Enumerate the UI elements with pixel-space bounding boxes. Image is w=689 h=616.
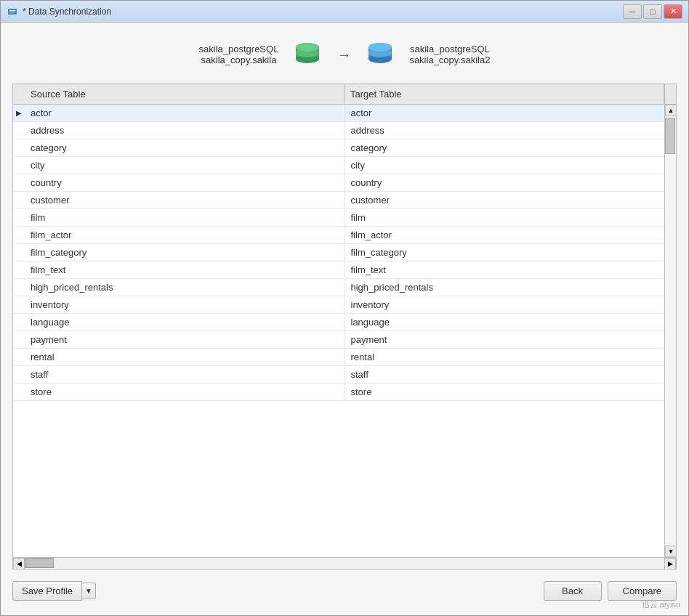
target-cell: payment: [345, 331, 665, 348]
watermark: 迅云 aiyisu: [642, 599, 680, 610]
window-icon: [7, 6, 18, 17]
row-indicator: [13, 139, 25, 156]
table-row[interactable]: inventoryinventory: [13, 296, 664, 314]
target-db-icon: [366, 40, 395, 69]
scroll-thumb[interactable]: [665, 118, 675, 154]
scroll-right-button[interactable]: ▶: [664, 558, 676, 570]
table-row[interactable]: filmfilm: [13, 209, 664, 227]
source-cell: customer: [25, 192, 345, 208]
minimize-button[interactable]: ─: [623, 4, 642, 19]
svg-point-12: [368, 43, 392, 52]
save-profile-dropdown-button[interactable]: ▼: [82, 583, 96, 599]
source-cell: country: [25, 174, 345, 191]
h-scroll-thumb[interactable]: [25, 558, 54, 568]
svg-point-7: [296, 43, 319, 52]
table-row[interactable]: categorycategory: [13, 139, 664, 157]
table-body[interactable]: ▶actoractoraddressaddresscategorycategor…: [13, 105, 664, 557]
row-indicator: [13, 209, 25, 226]
source-db-info: sakila_postgreSQL sakila_copy.sakila: [199, 44, 279, 65]
source-cell: address: [25, 122, 345, 139]
table-row[interactable]: staffstaff: [13, 366, 664, 384]
source-db-schema: sakila_copy.sakila: [201, 54, 277, 65]
table-row[interactable]: addressaddress: [13, 122, 664, 139]
row-indicator: [13, 244, 25, 261]
row-indicator: [13, 366, 25, 383]
table-row[interactable]: countrycountry: [13, 174, 664, 192]
target-cell: rental: [345, 349, 665, 365]
table-row[interactable]: film_textfilm_text: [13, 262, 664, 279]
target-cell: actor: [345, 105, 665, 121]
source-table-header: Source Table: [25, 84, 344, 104]
source-cell: actor: [25, 105, 345, 121]
source-cell: store: [25, 384, 345, 400]
sync-arrow: →: [337, 46, 351, 63]
row-indicator: [13, 157, 25, 174]
target-cell: city: [345, 157, 665, 174]
target-cell: film_category: [345, 244, 665, 261]
row-indicator: [13, 192, 25, 208]
row-indicator: [13, 331, 25, 348]
table-row[interactable]: film_categoryfilm_category: [13, 244, 664, 262]
row-indicator: [13, 384, 25, 400]
scroll-up-button[interactable]: ▲: [665, 105, 676, 116]
table-row[interactable]: ▶actoractor: [13, 105, 664, 122]
target-cell: address: [345, 122, 665, 139]
target-cell: high_priced_rentals: [345, 279, 665, 296]
compare-button[interactable]: Compare: [608, 581, 677, 601]
source-cell: payment: [25, 331, 345, 348]
scroll-left-button[interactable]: ◀: [13, 558, 25, 570]
target-db-schema: sakila_copy.sakila2: [409, 54, 490, 65]
maximize-button[interactable]: □: [643, 4, 662, 19]
source-cell: language: [25, 314, 345, 331]
row-indicator: [13, 227, 25, 243]
target-cell: store: [345, 384, 665, 400]
row-indicator: [13, 296, 25, 313]
source-cell: city: [25, 157, 345, 174]
table-row[interactable]: film_actorfilm_actor: [13, 227, 664, 244]
target-db-info: sakila_postgreSQL sakila_copy.sakila2: [409, 44, 490, 65]
table-row[interactable]: rentalrental: [13, 349, 664, 366]
source-cell: film_actor: [25, 227, 345, 243]
h-scroll-track[interactable]: [25, 558, 664, 569]
title-controls: ─ □ ✕: [623, 4, 682, 19]
source-db-icon: [293, 40, 322, 69]
scroll-down-button[interactable]: ▼: [665, 546, 676, 557]
target-cell: country: [345, 174, 665, 191]
footer-right: Back Compare: [544, 581, 677, 601]
table-row[interactable]: citycity: [13, 157, 664, 174]
target-cell: customer: [345, 192, 665, 208]
table-row[interactable]: high_priced_rentalshigh_priced_rentals: [13, 279, 664, 296]
table-row[interactable]: customercustomer: [13, 192, 664, 209]
target-cell: film_actor: [345, 227, 665, 243]
footer: Save Profile ▼ Back Compare: [12, 578, 677, 604]
title-bar: * Data Synchronization ─ □ ✕: [1, 1, 688, 23]
close-button[interactable]: ✕: [664, 4, 682, 19]
table-row[interactable]: storestore: [13, 384, 664, 401]
svg-rect-2: [9, 12, 15, 12]
source-cell: film_text: [25, 262, 345, 278]
sync-header: sakila_postgreSQL sakila_copy.sakila →: [12, 34, 677, 75]
vertical-scrollbar[interactable]: ▲ ▼: [664, 105, 676, 557]
source-cell: high_priced_rentals: [25, 279, 345, 296]
source-cell: film: [25, 209, 345, 226]
main-content: sakila_postgreSQL sakila_copy.sakila →: [1, 23, 688, 615]
row-indicator: [13, 174, 25, 191]
row-indicator: [13, 314, 25, 331]
source-db-name: sakila_postgreSQL: [199, 44, 279, 54]
row-indicator: [13, 262, 25, 278]
scroll-track[interactable]: [665, 116, 676, 546]
save-profile-button[interactable]: Save Profile: [12, 581, 82, 601]
target-cell: language: [345, 314, 665, 331]
row-indicator: [13, 279, 25, 296]
target-cell: category: [345, 139, 665, 156]
back-button[interactable]: Back: [544, 581, 602, 601]
target-cell: film_text: [345, 262, 665, 278]
source-cell: rental: [25, 349, 345, 365]
table-row[interactable]: paymentpayment: [13, 331, 664, 349]
svg-rect-1: [9, 10, 15, 11]
target-cell: staff: [345, 366, 665, 383]
table-row[interactable]: languagelanguage: [13, 314, 664, 331]
horizontal-scrollbar[interactable]: ◀ ▶: [13, 557, 676, 569]
window-title: * Data Synchronization: [23, 7, 111, 17]
target-table-header: Target Table: [344, 84, 664, 104]
